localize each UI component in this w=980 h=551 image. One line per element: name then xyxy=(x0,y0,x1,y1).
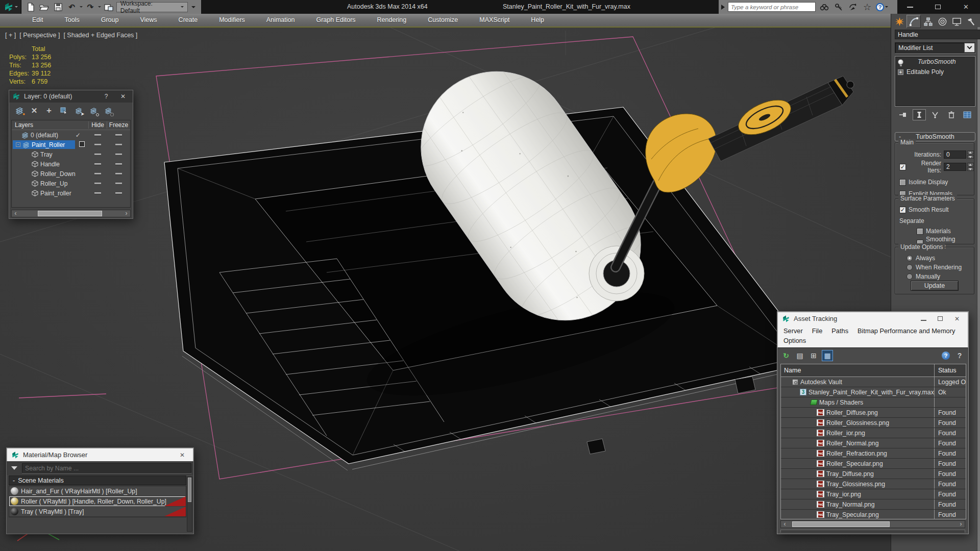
add-to-layer-button[interactable]: + xyxy=(43,105,55,117)
menu-item[interactable]: MAXScript xyxy=(469,14,520,27)
layer-horizontal-scrollbar[interactable]: ‹ › xyxy=(11,210,131,217)
asset-row[interactable]: 3 PNG Roller_Diffuse.png Found xyxy=(781,408,966,418)
layer-checkbox[interactable] xyxy=(79,141,85,147)
menu-item[interactable]: Modifiers xyxy=(208,14,256,27)
hide-toggle[interactable] xyxy=(88,163,107,165)
asset-row[interactable]: 3 PNG Tray_Specular.png Found xyxy=(781,510,966,519)
freeze-toggle[interactable] xyxy=(107,163,130,165)
browser-options-button[interactable] xyxy=(9,463,20,473)
workspace-selector[interactable]: Workspace: Default xyxy=(116,2,188,12)
search-icon[interactable] xyxy=(819,2,830,13)
object-name-field[interactable] xyxy=(895,30,980,39)
toolbar-flyout-button[interactable] xyxy=(189,2,198,12)
scroll-right-arrow[interactable]: › xyxy=(122,210,130,217)
freeze-toggle[interactable] xyxy=(107,134,130,136)
expand-plus-icon[interactable]: + xyxy=(898,69,903,75)
layer-row[interactable]: - Paint_Roller ✓ xyxy=(12,140,130,149)
pin-stack-button[interactable] xyxy=(896,109,910,120)
scene-materials-section-header[interactable]: - Scene Materials xyxy=(9,475,186,485)
render-iters-checkbox[interactable]: ✓ xyxy=(899,164,906,170)
layer-row[interactable]: - Roller_Up ✓ xyxy=(12,179,130,188)
asset-row[interactable]: 3 PNG Roller_Normal.png Found xyxy=(781,438,966,448)
material-row[interactable]: Tray ( VRayMtl ) [Tray] xyxy=(9,507,186,517)
make-unique-button[interactable] xyxy=(928,109,942,120)
layer-row[interactable]: - 0 (default) ✓ xyxy=(12,130,130,140)
asset-menu-item[interactable]: File xyxy=(807,326,827,336)
web-help-button[interactable]: ? xyxy=(940,350,951,361)
tab-display[interactable] xyxy=(949,15,964,28)
menu-item[interactable]: Help xyxy=(520,14,555,27)
delete-layer-button[interactable]: ✕ xyxy=(28,105,40,117)
menu-item[interactable]: Group xyxy=(90,14,130,27)
tab-utilities[interactable] xyxy=(964,15,978,28)
isoline-display-checkbox[interactable]: ✓ xyxy=(899,179,906,186)
asset-row[interactable]: 3 PNG Roller_ior.png Found xyxy=(781,428,966,438)
tab-modify[interactable] xyxy=(906,15,921,28)
menu-item[interactable]: Views xyxy=(129,14,167,27)
minimize-button[interactable] xyxy=(901,2,919,13)
set-current-layer-button[interactable]: ➤ xyxy=(72,105,85,117)
asset-row[interactable]: 3 PNG Tray_Normal.png Found xyxy=(781,499,966,510)
radio-button[interactable] xyxy=(906,273,913,280)
asset-menu-item[interactable]: Paths xyxy=(827,326,853,336)
asset-menu-item[interactable]: Bitmap Performance and Memory xyxy=(853,326,960,336)
dialog-help-button[interactable]: ? xyxy=(100,93,113,100)
infocenter-collapse-icon[interactable] xyxy=(721,5,725,10)
scrollbar-thumb[interactable] xyxy=(792,521,890,527)
new-scene-button[interactable] xyxy=(24,1,37,13)
scrollbar-thumb[interactable] xyxy=(38,211,102,216)
keyword-search-input[interactable] xyxy=(728,2,816,12)
dialog-maximize-button[interactable] xyxy=(934,315,947,322)
layer-row[interactable]: - Handle ✓ xyxy=(12,159,130,169)
undo-dropdown-caret-icon[interactable] xyxy=(80,6,83,8)
layer-row[interactable]: - Roller_Down ✓ xyxy=(12,169,130,179)
redo-button[interactable]: ↷ xyxy=(84,1,96,13)
hide-toggle[interactable] xyxy=(88,154,107,156)
modifier-stack-entry[interactable]: TurboSmooth xyxy=(895,57,975,67)
layer-row[interactable]: - Tray ✓ xyxy=(12,149,130,159)
layer-row[interactable]: - Paint_roller ✓ xyxy=(12,188,130,198)
freeze-column-header[interactable]: Freeze xyxy=(107,121,130,129)
tab-motion[interactable] xyxy=(935,15,949,28)
iterations-field[interactable]: 0 xyxy=(944,151,966,159)
menu-item[interactable]: Animation xyxy=(256,14,306,27)
hide-toggle[interactable] xyxy=(88,183,107,185)
name-column-header[interactable]: Name xyxy=(781,367,934,374)
scroll-left-arrow[interactable]: ‹ xyxy=(12,210,19,217)
asset-tracking-titlebar[interactable]: Asset Tracking ✕ xyxy=(777,312,968,325)
communication-center-icon[interactable] xyxy=(847,2,859,13)
maximize-button[interactable] xyxy=(929,2,947,13)
freeze-toggle[interactable] xyxy=(107,183,130,185)
show-end-result-button[interactable] xyxy=(913,109,926,120)
asset-horizontal-scrollbar[interactable]: ‹ › xyxy=(780,520,965,528)
asset-row[interactable]: 3 PNG Tray_Diffuse.png Found xyxy=(781,469,966,479)
dialog-close-button[interactable]: ✕ xyxy=(116,93,130,100)
scroll-left-arrow[interactable]: ‹ xyxy=(781,521,789,528)
set-project-folder-button[interactable] xyxy=(103,1,115,13)
material-search-input[interactable] xyxy=(22,463,191,473)
asset-row[interactable]: 3 PNG Autodesk Vault Logged Ou xyxy=(781,377,966,387)
highlight-selected-layer-button[interactable] xyxy=(87,105,100,117)
viewport-label-menu[interactable]: [ + ] xyxy=(5,32,16,39)
sign-in-key-icon[interactable] xyxy=(833,2,844,13)
viewport-label-menu[interactable]: [ Perspective ] xyxy=(19,32,60,39)
materials-checkbox[interactable]: ✓ xyxy=(917,228,923,235)
material-row[interactable]: Hair_and_Fur ( VRayHairMtl ) [Roller_Up] xyxy=(9,486,186,496)
menu-item[interactable]: Graph Editors xyxy=(305,14,366,27)
freeze-toggle[interactable] xyxy=(107,154,130,156)
dialog-minimize-button[interactable] xyxy=(917,315,930,322)
save-file-button[interactable] xyxy=(52,1,64,13)
help-button[interactable]: ? xyxy=(876,3,888,11)
application-menu-button[interactable] xyxy=(0,0,21,14)
undo-button[interactable]: ↶ xyxy=(66,1,78,13)
status-column-header[interactable]: Status xyxy=(934,364,966,377)
viewport-label-menu[interactable]: [ Shaded + Edged Faces ] xyxy=(63,32,137,39)
table-view-button[interactable]: ▦ xyxy=(822,350,833,361)
close-button[interactable]: ✕ xyxy=(958,2,975,13)
asset-row[interactable]: 3 PNG Roller_Refraction.png Found xyxy=(781,448,966,459)
radio-button[interactable] xyxy=(906,255,913,261)
menu-item[interactable]: Rendering xyxy=(366,14,418,27)
asset-row[interactable]: 3 PNG Tray_Glossiness.png Found xyxy=(781,479,966,489)
asset-row[interactable]: 3 PNG Maps / Shaders xyxy=(781,397,966,408)
freeze-toggle[interactable] xyxy=(107,192,130,194)
